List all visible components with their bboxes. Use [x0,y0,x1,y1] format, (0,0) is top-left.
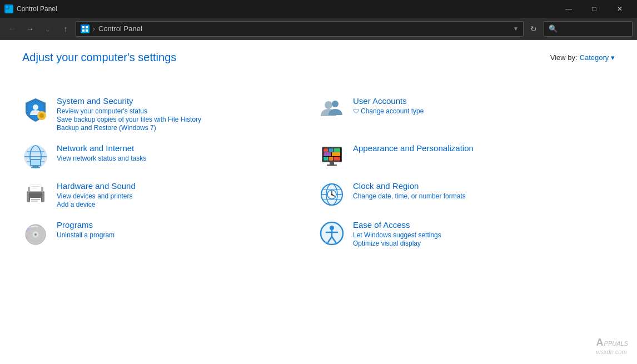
main-content: Adjust your computer's settings View by:… [0,40,637,364]
svg-rect-33 [324,157,328,161]
address-dropdown-icon[interactable]: ▼ [513,26,519,32]
address-input[interactable]: › Control Panel ▼ [76,21,524,37]
refresh-button[interactable]: ↻ [526,21,541,37]
hardware-icon [22,181,49,208]
panel-ease: Ease of Access Let Windows suggest setti… [318,215,615,253]
ease-icon [318,220,345,247]
svg-rect-42 [31,199,40,200]
svg-rect-5 [86,26,88,28]
shield-small-icon: 🛡 [353,108,359,114]
panel-appearance: Appearance and Personalization [318,138,615,176]
panels-grid: System and Security Review your computer… [22,91,615,253]
app-icon [4,4,13,13]
svg-rect-3 [9,9,12,12]
svg-rect-0 [6,6,8,8]
panel-system-security: System and Security Review your computer… [22,91,318,138]
panel-user-accounts: User Accounts 🛡 Change account type [318,91,615,138]
appearance-title[interactable]: Appearance and Personalization [353,143,606,153]
system-security-title[interactable]: System and Security [57,96,310,106]
svg-rect-12 [41,118,43,120]
maximize-button[interactable]: □ [581,0,607,18]
network-title[interactable]: Network and Internet [57,143,310,153]
breadcrumb-path: Control Panel [98,24,142,33]
svg-rect-7 [86,29,88,32]
svg-rect-14 [44,114,46,117]
hardware-title[interactable]: Hardware and Sound [57,181,310,191]
svg-rect-34 [329,157,333,161]
user-accounts-title[interactable]: User Accounts [353,96,606,106]
search-icon: 🔍 [549,24,558,33]
svg-point-55 [331,194,333,196]
svg-point-10 [39,113,44,118]
svg-rect-11 [41,111,43,113]
svg-rect-29 [329,148,333,152]
svg-point-8 [33,104,38,110]
svg-rect-41 [30,198,41,202]
network-icon [22,143,49,170]
devices-printers-link[interactable]: View devices and printers [57,192,310,200]
programs-title[interactable]: Programs [57,220,310,230]
panel-network: Network and Internet View network status… [22,138,318,176]
svg-rect-37 [327,164,337,166]
view-by-dropdown[interactable]: Category ▾ [580,53,615,62]
uninstall-link[interactable]: Uninstall a program [57,231,310,239]
svg-rect-43 [31,201,38,202]
svg-point-15 [325,101,332,109]
watermark: APPUALS wsxdn.com [596,337,628,355]
svg-point-16 [332,101,339,107]
path-icon [81,24,89,33]
svg-rect-35 [334,157,340,161]
recent-button[interactable]: ⌄ [40,21,56,37]
programs-icon [22,220,49,247]
window-controls: — □ ✕ [556,0,633,18]
svg-point-58 [34,233,37,236]
title-bar: Control Panel — □ ✕ [0,0,637,18]
back-button[interactable]: ← [4,21,20,37]
close-button[interactable]: ✕ [607,0,633,18]
svg-rect-32 [332,152,340,156]
svg-rect-1 [9,6,12,8]
panel-hardware: Hardware and Sound View devices and prin… [22,176,318,215]
forward-button[interactable]: → [22,21,38,37]
svg-rect-45 [32,186,39,187]
ease-title[interactable]: Ease of Access [353,220,606,230]
network-status-link[interactable]: View network status and tasks [57,154,310,162]
windows-suggest-link[interactable]: Let Windows suggest settings [353,231,606,239]
window-title: Control Panel [17,5,57,13]
up-button[interactable]: ↑ [58,21,73,37]
svg-rect-30 [334,148,340,152]
clock-title[interactable]: Clock and Region [353,181,606,191]
visual-display-link[interactable]: Optimize visual display [353,240,606,247]
svg-rect-46 [32,188,37,188]
breadcrumb-separator: › [93,25,95,33]
page-title: Adjust your computer's settings [22,51,176,64]
backup-restore-link[interactable]: Backup and Restore (Windows 7) [57,124,310,132]
svg-rect-31 [324,152,331,156]
review-status-link[interactable]: Review your computer's status [57,107,310,115]
svg-rect-6 [82,29,84,32]
address-bar: ← → ⌄ ↑ › Control Panel ▼ ↻ 🔍 [0,18,637,40]
svg-rect-13 [37,114,39,117]
svg-rect-28 [324,148,328,152]
search-box[interactable]: 🔍 [544,21,633,37]
svg-rect-24 [33,166,38,167]
add-device-link[interactable]: Add a device [57,201,310,208]
view-by-label: View by: [550,53,578,62]
svg-rect-25 [31,167,40,168]
appearance-icon [318,143,345,170]
datetime-link[interactable]: Change date, time, or number formats [353,192,606,200]
svg-rect-4 [82,26,84,28]
change-account-type-link[interactable]: 🛡 Change account type [353,107,606,115]
svg-rect-23 [31,160,40,165]
user-accounts-icon [318,96,345,123]
clock-icon [318,181,345,208]
panel-clock: Clock and Region Change date, time, or n… [318,176,615,215]
svg-rect-36 [330,162,334,164]
system-security-icon [22,96,49,123]
minimize-button[interactable]: — [556,0,581,18]
file-history-link[interactable]: Save backup copies of your files with Fi… [57,116,310,123]
panel-programs: Programs Uninstall a program [22,215,318,253]
svg-rect-2 [6,9,8,12]
